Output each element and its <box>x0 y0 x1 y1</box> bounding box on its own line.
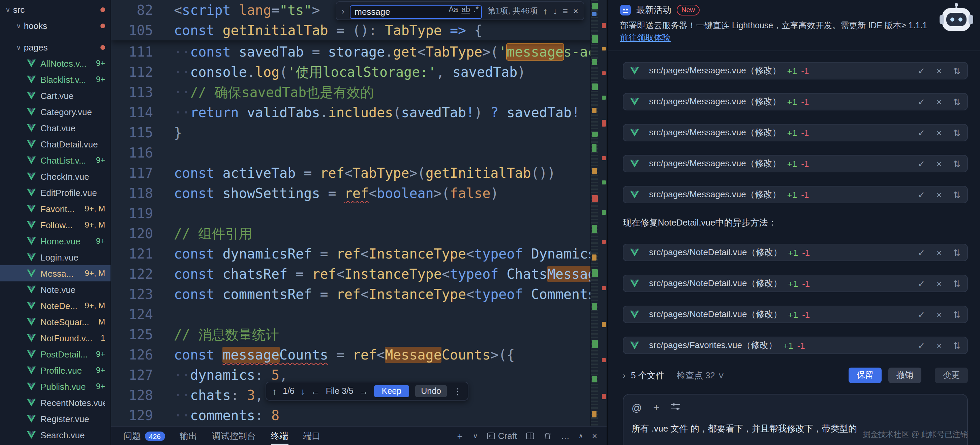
file-item-notfound-v-[interactable]: NotFound.v...1 <box>0 330 111 346</box>
reject-change-icon[interactable]: × <box>937 248 942 258</box>
accept-change-icon[interactable]: ✓ <box>918 66 925 76</box>
find-in-selection-icon[interactable]: ≡ <box>563 6 568 16</box>
panel-tab-问题[interactable]: 问题426 <box>123 427 165 445</box>
diff-change-icon[interactable]: ⇅ <box>953 190 961 200</box>
panel-close-icon[interactable]: × <box>592 431 597 441</box>
file-item-publish-vue[interactable]: Publish.vue9+ <box>0 378 111 394</box>
toggle-replace-icon[interactable]: › <box>342 6 345 16</box>
terminal-tab-craft[interactable]: Craft <box>487 431 517 441</box>
find-close-icon[interactable]: × <box>573 6 578 16</box>
file-item-note-vue[interactable]: Note.vue <box>0 282 111 298</box>
file-item-allnotes-v-[interactable]: AllNotes.v...9+ <box>0 55 111 71</box>
new-terminal-icon[interactable]: ＋ <box>455 430 464 442</box>
file-item-postdetail-[interactable]: PostDetail...9+ <box>0 346 111 362</box>
reject-change-icon[interactable]: × <box>937 97 942 107</box>
panel-more-icon[interactable]: … <box>561 431 570 441</box>
file-item-notesquar-[interactable]: NoteSquar...M <box>0 314 111 330</box>
diff-change-icon[interactable]: ⇅ <box>953 248 961 258</box>
reject-change-icon[interactable]: × <box>937 128 942 138</box>
next-change-icon[interactable]: ↓ <box>301 386 305 396</box>
diff-change-icon[interactable]: ⇅ <box>953 128 961 138</box>
banner-link[interactable]: 前往领取体验 <box>620 33 671 43</box>
reject-change-icon[interactable]: × <box>937 279 942 289</box>
change-card[interactable]: src/pages/NoteDetail.vue（修改）+1-1✓×⇅ <box>623 306 968 323</box>
match-case-icon[interactable]: Aa <box>449 6 458 14</box>
file-item-notede-[interactable]: NoteDe...9+, M <box>0 298 111 314</box>
file-item-cart-vue[interactable]: Cart.vue <box>0 87 111 104</box>
reject-change-icon[interactable]: × <box>937 340 942 351</box>
panel-tab-调试控制台[interactable]: 调试控制台 <box>212 427 256 445</box>
find-previous-icon[interactable]: ↑ <box>543 6 547 16</box>
file-item-chatdetail-vue[interactable]: ChatDetail.vue <box>0 136 111 152</box>
accept-change-icon[interactable]: ✓ <box>918 128 925 138</box>
terminal-dropdown-icon[interactable]: ∨ <box>473 432 478 440</box>
diff-change-icon[interactable]: ⇅ <box>953 340 961 351</box>
file-item-register-vue[interactable]: Register.vue <box>0 411 111 427</box>
change-card[interactable]: src/pages/Favorites.vue（修改）+1-1✓×⇅ <box>623 337 968 355</box>
explorer-sidebar[interactable]: ∨src∨hooks∨pages AllNotes.v...9+Blacklis… <box>0 0 111 445</box>
prev-file-icon[interactable]: ← <box>311 386 320 396</box>
next-file-icon[interactable]: → <box>360 386 368 396</box>
file-item-checkin-vue[interactable]: CheckIn.vue <box>0 168 111 184</box>
more-actions-icon[interactable]: ⋮ <box>453 386 462 396</box>
change-card[interactable]: src/pages/Messages.vue（修改）+1-1✓×⇅ <box>623 124 968 142</box>
minimap[interactable] <box>590 0 606 426</box>
accept-change-icon[interactable]: ✓ <box>918 97 925 107</box>
undo-all-button[interactable]: 撤销 <box>888 368 921 383</box>
reject-change-icon[interactable]: × <box>937 66 942 76</box>
accept-change-icon[interactable]: ✓ <box>918 190 925 200</box>
expand-files-icon[interactable]: › <box>623 371 625 380</box>
file-item-editprofile-vue[interactable]: EditProfile.vue <box>0 184 111 201</box>
checkpoint-label[interactable]: 检查点 32 ∨ <box>677 370 725 382</box>
diff-change-icon[interactable]: ⇅ <box>953 66 961 76</box>
panel-tab-终端[interactable]: 终端 <box>270 427 288 445</box>
diff-change-icon[interactable]: ⇅ <box>953 97 961 107</box>
file-item-blacklist-v-[interactable]: Blacklist.v...9+ <box>0 71 111 87</box>
find-next-icon[interactable]: ↓ <box>553 6 557 16</box>
file-item-profile-vue[interactable]: Profile.vue9+ <box>0 362 111 378</box>
keep-button[interactable]: Keep <box>374 385 409 397</box>
keep-all-button[interactable]: 保留 <box>849 368 881 383</box>
accept-change-icon[interactable]: ✓ <box>918 248 925 258</box>
accept-change-icon[interactable]: ✓ <box>918 310 925 320</box>
diff-change-icon[interactable]: ⇅ <box>953 159 961 169</box>
change-card[interactable]: src/pages/Messages.vue（修改）+1-1✓×⇅ <box>623 62 968 80</box>
file-item-follow-[interactable]: Follow...9+, M <box>0 217 111 233</box>
add-context-icon[interactable]: ＋ <box>651 402 661 414</box>
folder-item-src[interactable]: ∨src <box>0 2 111 17</box>
reject-change-icon[interactable]: × <box>937 310 942 320</box>
reject-change-icon[interactable]: × <box>937 159 942 169</box>
trash-icon[interactable] <box>543 432 552 440</box>
file-item-favorit-[interactable]: Favorit...9+, M <box>0 201 111 217</box>
code-editor[interactable]: 111··const savedTab = storage.get<TabTyp… <box>111 0 606 426</box>
folder-item-pages[interactable]: ∨pages <box>0 39 111 55</box>
diff-change-icon[interactable]: ⇅ <box>953 279 961 289</box>
file-item-chatlist-v-[interactable]: ChatList.v...9+ <box>0 152 111 168</box>
undo-button[interactable]: Undo <box>415 385 447 397</box>
change-card[interactable]: src/pages/Messages.vue（修改）+1-1✓×⇅ <box>623 93 968 111</box>
reject-change-icon[interactable]: × <box>937 190 942 200</box>
panel-tab-端口[interactable]: 端口 <box>303 427 320 445</box>
file-item-chat-vue[interactable]: Chat.vue <box>0 120 111 136</box>
change-card[interactable]: src/pages/Messages.vue（修改）+1-1✓×⇅ <box>623 186 968 204</box>
panel-tab-输出[interactable]: 输出 <box>180 427 197 445</box>
file-item-recentnotes-vue[interactable]: RecentNotes.vue <box>0 394 111 411</box>
file-item-home-vue[interactable]: Home.vue9+ <box>0 233 111 249</box>
split-panel-icon[interactable] <box>526 432 535 440</box>
accept-change-icon[interactable]: ✓ <box>918 159 925 169</box>
folder-item-hooks[interactable]: ∨hooks <box>0 17 111 34</box>
file-item-search-vue[interactable]: Search.vue <box>0 427 111 443</box>
change-card[interactable]: src/pages/NoteDetail.vue（修改）+1-1✓×⇅ <box>623 275 968 293</box>
change-card[interactable]: src/pages/NoteDetail.vue（修改）+1-1✓×⇅ <box>623 244 968 261</box>
accept-change-icon[interactable]: ✓ <box>918 340 925 351</box>
mention-icon[interactable]: @ <box>632 402 642 414</box>
change-card[interactable]: src/pages/Messages.vue（修改）+1-1✓×⇅ <box>623 155 968 173</box>
whole-word-icon[interactable]: ab <box>461 6 470 14</box>
file-item-messa-[interactable]: Messa...9+, M <box>0 265 111 282</box>
panel-maximize-icon[interactable]: ∧ <box>578 432 583 440</box>
regex-icon[interactable]: .* <box>474 6 479 14</box>
file-item-login-vue[interactable]: Login.vue <box>0 249 111 265</box>
file-item-category-vue[interactable]: Category.vue <box>0 104 111 120</box>
diff-change-icon[interactable]: ⇅ <box>953 310 961 320</box>
changes-button[interactable]: 变更 <box>935 368 968 383</box>
